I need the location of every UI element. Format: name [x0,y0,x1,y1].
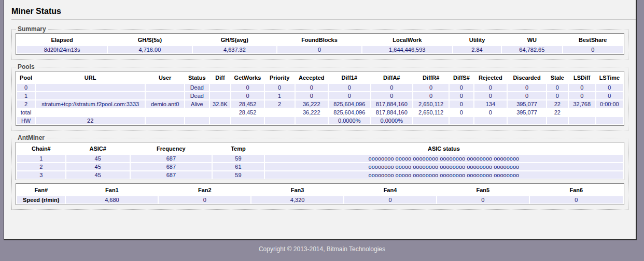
cell: 0 [231,84,263,91]
cell: stratum+tcp://stratum.f2pool.com:3333 [36,100,145,108]
cell [210,84,231,91]
cell: 0 [563,46,623,53]
pools-header-row-cell: Priority [265,72,295,83]
cell: 687 [131,171,212,179]
table-row: 24568761oooooooo ooooo oooooooo oooooooo… [17,163,623,170]
table-row: 34568759oooooooo ooooo oooooooo oooooooo… [17,171,623,179]
cell [185,109,208,116]
chains-body: 14568759oooooooo ooooo oooooooo oooooooo… [17,155,623,179]
summary-legend: Summary [16,25,48,33]
table-row: 2stratum+tcp://stratum.f2pool.com:3333de… [17,100,623,108]
cell [265,117,295,124]
summary-header-row-cell: GH/S(5s) [108,35,192,45]
cell [146,84,184,91]
cell [547,117,568,124]
page-title: Miner Status [4,0,636,16]
fan-speed-label: Speed (r/min) [17,196,65,204]
chains-header-row-cell: ASIC# [66,143,130,154]
pools-header-row-cell: GetWorks [231,72,263,83]
chains-header-row-cell: ASIC status [265,143,623,154]
chains-header-row-cell: Chain# [17,143,65,154]
cell: 22 [547,100,568,108]
cell: 1 [17,92,35,99]
cell: 61 [213,163,264,170]
content-area: Miner Status Summary ElapsedGH/S(5s)GH/S… [4,0,637,240]
pools-header-row-cell: User [146,72,184,83]
cell: 134 [474,100,507,108]
antminer-legend: AntMiner [16,134,47,141]
cell: 0 [371,84,413,91]
cell: 32,768 [569,100,595,108]
pools-legend: Pools [16,63,37,70]
summary-header-row-cell: GH/S(avg) [193,35,277,45]
cell: total [17,109,35,116]
fan-speed-row: Speed (r/min) 4,68004,320000 [17,196,623,204]
cell [450,117,473,124]
table-row: 8d20h24m13s4,716.004,637.3201,644,446,59… [17,46,623,53]
cell: 28,452 [231,109,263,116]
cell: 0 [474,92,507,99]
cell: 0 [547,92,568,99]
cell: 0 [296,92,328,99]
summary-header-row-cell: Utility [453,35,501,45]
cell: 0 [569,84,595,91]
summary-header-row-cell: LocalWork [362,35,452,45]
cell: 4,716.00 [108,46,192,53]
cell [265,109,295,116]
cell: 0 [159,196,250,204]
cell: 4,320 [251,196,343,204]
cell [146,109,184,116]
cell: oooooooo ooooo oooooooo oooooooo ooooooo… [265,155,623,162]
pools-section: Pools PoolURLUserStatusDiffGetWorksPrior… [11,63,628,130]
cell [210,92,231,99]
cell: 395,077 [508,109,546,116]
cell: 0 [437,196,529,204]
cell: 825,604,096 [329,100,370,108]
pools-header-row-cell: DiffA# [371,72,413,83]
cell: 0 [329,84,370,91]
cell: 825,604,096 [329,109,370,116]
cell: 4,637.32 [193,46,277,53]
summary-header-row-cell: WU [502,35,562,45]
cell: 0 [450,100,473,108]
cell [596,109,623,116]
cell: 0 [265,84,295,91]
cell: 1,644,446,593 [362,46,452,53]
pools-header-row: PoolURLUserStatusDiffGetWorksPriorityAcc… [17,72,623,83]
cell: oooooooo ooooo oooooooo oooooooo ooooooo… [265,163,623,170]
cell: Dead [185,92,208,99]
cell: 1 [17,155,65,162]
table-row: 0Dead000000000000 [17,84,623,91]
fans-header-row-cell: Fan3 [251,185,343,195]
footer-copyright: Copyright © 2013-2014, Bitmain Technolog… [0,240,644,253]
cell: 64,782.65 [502,46,562,53]
pools-header-row-cell: Diff1# [329,72,370,83]
cell: 4,680 [66,196,158,204]
cell [36,84,145,91]
cell: 0 [17,84,35,91]
cell: 0 [413,92,449,99]
cell: 59 [213,155,264,162]
cell [413,117,449,124]
cell: 36,222 [296,100,328,108]
cell: 817,884,160 [371,109,413,116]
cell: 45 [66,171,130,179]
pools-header-row-cell: Stale [547,72,568,83]
summary-section: Summary ElapsedGH/S(5s)GH/S(avg)FoundBlo… [11,25,628,60]
pools-table: PoolURLUserStatusDiffGetWorksPriorityAcc… [16,71,624,126]
table-row: HW220.0000%0.0000% [17,117,623,124]
cell: 22 [36,117,145,124]
cell [596,117,623,124]
summary-header-row-cell: FoundBlocks [277,35,361,45]
pools-header-row-cell: DiffS# [450,72,473,83]
cell [210,117,231,124]
pools-header-row-cell: Status [185,72,208,83]
chains-header-row-cell: Temp [213,143,264,154]
cell: 28,452 [231,100,263,108]
cell: 2.84 [453,46,501,53]
cell: 395,077 [508,100,546,108]
cell: 0:00:00 [596,100,623,108]
cell: 0.0000% [371,117,413,124]
pools-header-row-cell: Rejected [474,72,507,83]
cell: 687 [131,155,212,162]
